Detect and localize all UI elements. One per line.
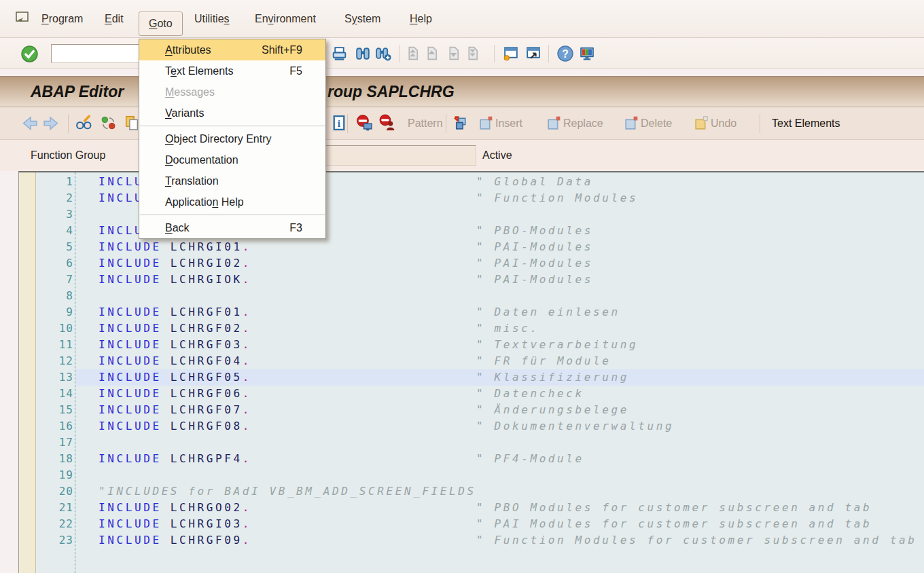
code-line[interactable]: 5INCLUDE LCHRGI01." PAI-Modules xyxy=(19,239,924,255)
modification-overview-icon[interactable] xyxy=(452,114,472,133)
menu-environment[interactable]: Environment xyxy=(255,0,316,38)
code-statement: INCLUDE LCHRGF02. xyxy=(99,320,251,337)
line-number: 16 xyxy=(33,418,73,435)
menu-help[interactable]: Help xyxy=(410,0,432,38)
code-line[interactable]: 19 xyxy=(19,467,924,483)
code-line[interactable]: 10INCLUDE LCHRGF02." misc. xyxy=(19,320,924,337)
menu-item-translation[interactable]: Translation xyxy=(139,170,325,191)
menu-item-back[interactable]: BackF3 xyxy=(139,217,325,238)
menu-item-messages[interactable]: Messages xyxy=(139,81,325,103)
code-comment: "INCLUDES for BAdI VB_BM_ADD_SCREEN_FIEL… xyxy=(99,483,476,500)
menu-item-application-help[interactable]: Application Help xyxy=(139,191,325,212)
line-number: 18 xyxy=(33,451,73,467)
code-line[interactable]: 6INCLUDE LCHRGI02." PAI-Modules xyxy=(19,255,924,272)
code-line[interactable]: 18INCLUDE LCHRGPF4." PF4-Module xyxy=(19,451,924,467)
info-icon[interactable]: i xyxy=(330,114,349,133)
code-statement: INCLU xyxy=(99,223,143,239)
code-statement: INCLUDE LCHRGF01. xyxy=(99,304,251,320)
window-menu-icon[interactable] xyxy=(14,10,31,29)
code-line[interactable]: 15INCLUDE LCHRGF07." Änderungsbelege xyxy=(19,402,924,418)
code-line[interactable]: 17 xyxy=(19,435,924,451)
help-icon[interactable]: ? xyxy=(556,45,574,62)
code-comment: " PBO Modules for customer subscreen and… xyxy=(476,500,872,516)
code-line[interactable]: 14INCLUDE LCHRGF06." Datencheck xyxy=(19,386,924,402)
new-session-icon[interactable] xyxy=(502,45,520,62)
code-comment: " Global Data xyxy=(476,174,593,190)
printer-icon[interactable] xyxy=(331,45,349,62)
menu-program[interactable]: Program xyxy=(41,0,83,38)
menu-system[interactable]: System xyxy=(344,0,380,38)
find-icon[interactable] xyxy=(354,45,372,62)
code-line[interactable]: 7INCLUDE LCHRGIOK." PAI-Modules xyxy=(19,272,924,288)
insert-button: Insert xyxy=(495,107,522,140)
line-number: 14 xyxy=(33,386,73,402)
line-number: 6 xyxy=(33,255,73,272)
code-statement: INCLUDE LCHRGF08. xyxy=(99,418,251,435)
refresh-icon[interactable] xyxy=(99,114,118,133)
code-statement: INCLUDE LCHRGI02. xyxy=(99,255,251,272)
code-line[interactable]: 12INCLUDE LCHRGF04." FR für Module xyxy=(19,353,924,369)
svg-text:?: ? xyxy=(562,48,569,60)
code-line[interactable]: 20"INCLUDES for BAdI VB_BM_ADD_SCREEN_FI… xyxy=(19,483,924,500)
code-line[interactable]: 22INCLUDE LCHRGI03." PAI Modules for cus… xyxy=(19,516,924,532)
menu-item-documentation[interactable]: Documentation xyxy=(139,149,325,170)
code-comment: " Änderungsbelege xyxy=(476,402,629,418)
code-comment: " PAI-Modules xyxy=(476,255,593,272)
first-page-icon[interactable] xyxy=(404,45,422,62)
code-line[interactable]: 8 xyxy=(19,288,924,304)
code-comment: " Daten einlesen xyxy=(476,304,620,320)
menu-item-text-elements[interactable]: Text ElementsF5 xyxy=(139,60,325,81)
code-line[interactable]: 13INCLUDE LCHRGF05." Klassifizierung xyxy=(19,369,924,386)
back-icon[interactable] xyxy=(21,114,40,133)
line-number: 20 xyxy=(33,483,73,500)
menu-shortcut: Shift+F9 xyxy=(262,39,302,60)
toolbar-separator xyxy=(548,45,549,62)
last-page-icon[interactable] xyxy=(464,45,482,62)
find-next-icon[interactable] xyxy=(374,45,392,62)
pattern-button: Pattern xyxy=(408,107,443,140)
menu-item-variants[interactable]: Variants xyxy=(139,103,325,124)
line-number: 15 xyxy=(33,402,73,418)
stop-transaction-icon[interactable] xyxy=(355,114,374,133)
next-page-icon[interactable] xyxy=(445,45,463,62)
toolbar-separator xyxy=(494,45,495,62)
code-statement: INCLUDE LCHRGIOK. xyxy=(99,272,251,288)
code-line[interactable]: 9INCLUDE LCHRGF01." Daten einlesen xyxy=(19,304,924,320)
undo-icon xyxy=(693,114,708,133)
code-statement: INCLUDE LCHRGF06. xyxy=(99,386,251,402)
forward-icon[interactable] xyxy=(42,114,61,133)
previous-page-icon[interactable] xyxy=(423,45,441,62)
text-elements-button[interactable]: Text Elements xyxy=(772,107,840,140)
code-statement: INCLUDE LCHRGF07. xyxy=(99,402,251,418)
menu-goto[interactable]: Goto xyxy=(139,12,183,36)
menu-separator xyxy=(139,212,325,217)
stop-debugger-icon[interactable] xyxy=(378,114,397,133)
menu-utilities[interactable]: Utilities xyxy=(194,0,230,38)
menu-edit[interactable]: Edit xyxy=(105,0,124,38)
line-number: 10 xyxy=(33,320,73,337)
create-shortcut-icon[interactable] xyxy=(525,45,542,62)
code-line[interactable]: 16INCLUDE LCHRGF08." Dokumentenverwaltun… xyxy=(19,418,924,435)
active-status-label: Active xyxy=(482,140,512,171)
code-statement: INCLU xyxy=(99,190,143,206)
line-number: 1 xyxy=(33,174,73,190)
code-line[interactable]: 11INCLUDE LCHRGF03." Textverarbeitung xyxy=(19,337,924,353)
enter-icon[interactable] xyxy=(20,45,38,62)
toolbar-separator xyxy=(760,114,760,133)
customize-layout-icon[interactable] xyxy=(578,45,596,62)
line-number: 13 xyxy=(33,369,73,386)
line-number: 8 xyxy=(33,288,73,304)
line-number: 21 xyxy=(33,500,73,516)
display-change-icon[interactable] xyxy=(75,114,94,133)
code-statement: INCLUDE LCHRGF09. xyxy=(99,532,251,549)
code-comment: " Datencheck xyxy=(476,386,584,402)
menu-item-object-directory-entry[interactable]: Object Directory Entry xyxy=(139,128,325,149)
line-number: 4 xyxy=(33,223,73,239)
code-line[interactable]: 21INCLUDE LCHRGO02." PBO Modules for cus… xyxy=(19,500,924,516)
line-number: 5 xyxy=(33,239,73,255)
code-line[interactable]: 23INCLUDE LCHRGF09." Function Modules fo… xyxy=(19,532,924,549)
command-field[interactable] xyxy=(51,44,143,63)
menu-item-attributes[interactable]: AttributesShift+F9 xyxy=(139,39,325,60)
page-title-left: ABAP Editor xyxy=(31,83,124,101)
replace-button: Replace xyxy=(563,107,603,140)
